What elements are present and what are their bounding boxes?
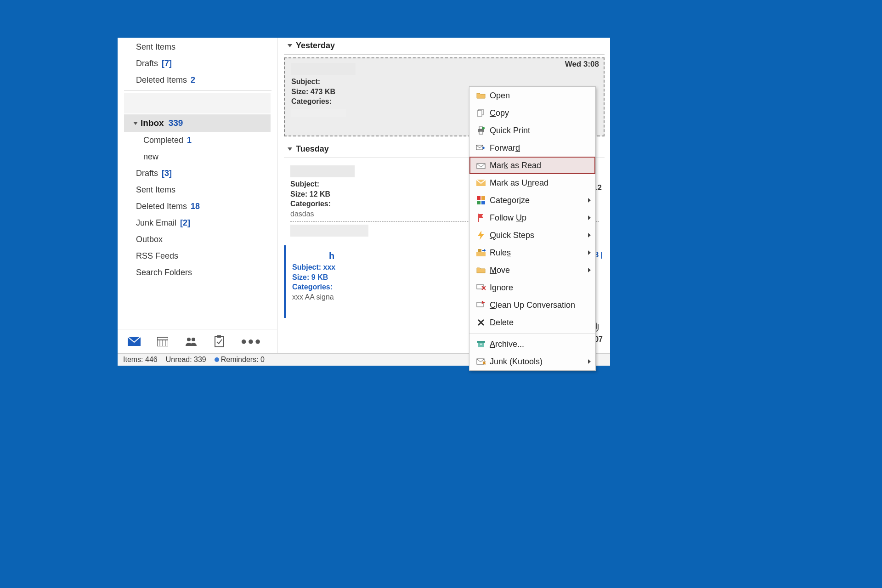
svg-point-15 — [482, 127, 485, 130]
outlook-window: Sent Items Drafts [7] Deleted Items 2 In… — [118, 38, 610, 366]
folder-label: Junk Email — [136, 218, 176, 228]
menu-categorize[interactable]: Categorize — [469, 192, 595, 209]
bell-icon — [215, 357, 219, 362]
svg-rect-8 — [215, 337, 223, 347]
folder-deleted-items[interactable]: Deleted Items 18 — [118, 198, 277, 215]
chevron-right-icon — [588, 198, 591, 203]
folder-divider — [124, 90, 271, 90]
menu-open[interactable]: Open — [469, 87, 595, 104]
menu-ignore[interactable]: Ignore — [469, 279, 595, 296]
folder-outbox[interactable]: Outbox — [118, 231, 277, 248]
folder-label: RSS Feeds — [136, 251, 178, 261]
envelope-icon — [474, 180, 488, 186]
svg-rect-34 — [480, 344, 482, 345]
folder-label: Deleted Items — [136, 75, 187, 85]
message-from-placeholder — [290, 165, 355, 177]
folder-label: new — [143, 152, 158, 162]
chevron-right-icon — [588, 268, 591, 272]
group-separator — [284, 54, 605, 55]
menu-copy[interactable]: Copy — [469, 104, 595, 122]
menu-delete[interactable]: Delete — [469, 314, 595, 331]
menu-follow-up[interactable]: Follow Up — [469, 209, 595, 226]
chevron-down-icon[interactable] — [288, 147, 292, 151]
svg-rect-21 — [477, 201, 481, 204]
folder-label: Outbox — [136, 235, 163, 244]
message-time: Wed 3:08 — [565, 59, 599, 70]
copy-icon — [474, 109, 488, 117]
status-reminders-text: Reminders: 0 — [221, 356, 265, 363]
people-icon[interactable] — [185, 337, 198, 346]
menu-mark-as-read[interactable]: Mark as Read — [469, 157, 595, 174]
account-name-placeholder[interactable] — [124, 93, 271, 113]
folder-junk-email[interactable]: Junk Email [2] — [118, 215, 277, 231]
menu-rules[interactable]: Rules — [469, 244, 595, 261]
archive-icon — [474, 340, 488, 348]
folder-count: 2 — [191, 75, 195, 85]
folder-label: Sent Items — [136, 42, 175, 52]
folder-sent-items-top[interactable]: Sent Items — [118, 39, 277, 55]
menu-label: lean Up Conversation — [496, 300, 575, 310]
folder-deleted-items-top[interactable]: Deleted Items 2 — [118, 72, 277, 88]
folder-scroll: Sent Items Drafts [7] Deleted Items 2 In… — [118, 38, 277, 329]
folder-sent-items[interactable]: Sent Items — [118, 181, 277, 198]
svg-rect-20 — [481, 196, 485, 200]
menu-label: read — [532, 178, 548, 187]
folder-label: Completed — [143, 136, 183, 145]
menu-quick-print[interactable]: Quick Print — [469, 122, 595, 139]
menu-label: Categor — [490, 196, 519, 205]
svg-rect-24 — [478, 249, 481, 252]
more-icon[interactable]: ●●● — [241, 335, 262, 347]
folder-new[interactable]: new — [118, 148, 277, 165]
folder-search-folders[interactable]: Search Folders — [118, 264, 277, 281]
calendar-icon[interactable] — [157, 336, 168, 346]
menu-label: Forwar — [490, 143, 515, 153]
folder-pane: Sent Items Drafts [7] Deleted Items 2 In… — [118, 38, 277, 353]
folder-count: [2] — [180, 218, 190, 228]
svg-rect-17 — [477, 164, 485, 169]
group-label: Yesterday — [296, 41, 335, 51]
svg-rect-23 — [476, 252, 486, 256]
categorize-icon — [474, 196, 488, 204]
menu-label: gnore — [492, 283, 513, 292]
menu-label: opy — [496, 108, 509, 118]
status-items: Items: 446 — [123, 356, 158, 364]
svg-rect-32 — [477, 341, 485, 343]
menu-label: ze — [521, 196, 530, 205]
navigation-bar: ●●● — [118, 329, 277, 353]
menu-label: as Read — [508, 161, 541, 170]
group-header-yesterday[interactable]: Yesterday — [277, 38, 610, 53]
menu-quick-steps[interactable]: Quick Steps — [469, 226, 595, 244]
menu-label: pen — [496, 91, 510, 100]
folder-label: Drafts — [136, 169, 158, 178]
chevron-down-icon[interactable] — [133, 122, 138, 125]
message-categories-text: Categories: — [291, 97, 332, 105]
svg-rect-19 — [477, 196, 481, 200]
folder-completed[interactable]: Completed 1 — [118, 132, 277, 148]
menu-label: uick Steps — [496, 231, 534, 240]
chevron-down-icon[interactable] — [288, 44, 292, 47]
folder-inbox[interactable]: Inbox 339 — [124, 114, 271, 132]
folder-drafts-top[interactable]: Drafts [7] — [118, 55, 277, 72]
menu-clean-up[interactable]: Clean Up Conversation — [469, 296, 595, 314]
lightning-icon — [474, 231, 488, 240]
group-label: Tuesday — [296, 144, 329, 154]
flag-icon — [474, 214, 488, 222]
menu-junk[interactable]: Junk (Kutools) — [469, 353, 595, 370]
message-preview-placeholder — [291, 109, 346, 117]
svg-rect-11 — [477, 111, 482, 116]
menu-forward[interactable]: Forward — [469, 139, 595, 157]
folder-open-icon — [474, 92, 488, 99]
menu-archive[interactable]: Archive... — [469, 335, 595, 353]
menu-move[interactable]: Move — [469, 261, 595, 279]
chevron-right-icon — [588, 250, 591, 255]
tasks-icon[interactable] — [214, 335, 224, 347]
menu-mark-as-unread[interactable]: Mark as Unread — [469, 174, 595, 192]
folder-drafts[interactable]: Drafts [3] — [118, 165, 277, 181]
folder-count: 339 — [169, 118, 183, 128]
svg-rect-22 — [481, 201, 485, 204]
folder-label: Search Folders — [136, 268, 192, 277]
svg-point-7 — [192, 338, 195, 341]
mail-icon[interactable] — [128, 337, 141, 346]
folder-rss-feeds[interactable]: RSS Feeds — [118, 248, 277, 264]
clean-up-icon — [474, 301, 488, 309]
